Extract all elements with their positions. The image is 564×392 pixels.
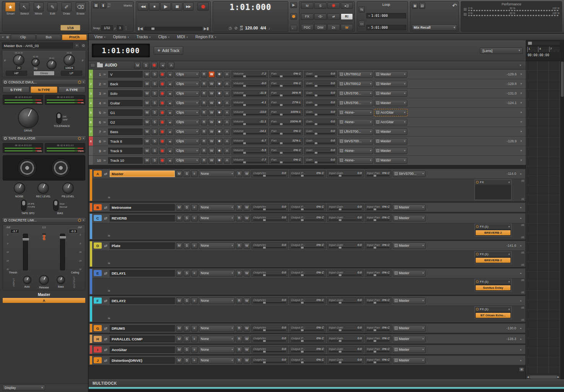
solo-button[interactable]: S: [184, 325, 190, 332]
gain-fader[interactable]: Gain0.0: [304, 119, 337, 126]
dock-grid-icon[interactable]: ⊞: [5, 35, 10, 39]
loop-end-field[interactable]: ⇤5:01:000: [366, 25, 406, 30]
bus-name[interactable]: REVERB: [110, 215, 175, 221]
zoom-slider[interactable]: [527, 41, 560, 46]
threshold-value[interactable]: -3.7: [10, 229, 19, 233]
input-pan-fader[interactable]: Input Pan0% C: [365, 170, 392, 177]
folder-name[interactable]: AUDIO: [105, 63, 117, 67]
bus-row[interactable]: F ⇄ DELAY2 M S ≡ None▾ R W OutptVlm0.0 O…: [89, 296, 526, 322]
patch-point-select[interactable]: None▾: [199, 215, 235, 221]
tool-edit[interactable]: ✎Edit: [46, 2, 59, 15]
bus-name[interactable]: DRUMS: [110, 325, 175, 332]
automation-lane-icon[interactable]: ≈: [108, 261, 110, 265]
menu-tracks[interactable]: Tracks▾: [133, 34, 154, 40]
tape-emulator-header[interactable]: TAPE EMULATOR ▾: [2, 135, 86, 141]
automation-write-button[interactable]: W: [244, 204, 250, 211]
archive-button[interactable]: A: [224, 81, 230, 87]
edit-filter-select[interactable]: Clips▾: [174, 119, 200, 125]
track-name[interactable]: Guitar: [108, 100, 143, 106]
bus-output-select[interactable]: Master▾: [393, 346, 426, 353]
exclusive-solo-button[interactable]: ‹S›: [314, 13, 327, 20]
record-button[interactable]: [197, 2, 209, 11]
mute-button[interactable]: M: [176, 270, 182, 277]
add-fx-icon[interactable]: +: [508, 252, 510, 256]
volume-fader[interactable]: Volume-11.1: [231, 119, 268, 126]
mute-all-button[interactable]: M: [301, 2, 314, 9]
bus-row[interactable]: B ⇄ Metronome M S ≡ None▾ R W OutptVlm0.…: [89, 202, 526, 212]
edit-filter-select[interactable]: Clips▾: [174, 100, 200, 106]
patch-point-select[interactable]: None▾: [199, 204, 235, 211]
scrollbar-thumb[interactable]: [561, 62, 564, 97]
input-select[interactable]: LftVS700...▾: [338, 90, 373, 97]
automation-write-button[interactable]: W: [208, 109, 215, 116]
record-arm-button[interactable]: [159, 109, 166, 116]
pb-level-knob[interactable]: [62, 182, 74, 194]
fx-bypass-button[interactable]: ✱: [216, 109, 223, 116]
tab-clip[interactable]: Clip: [11, 34, 36, 40]
route-icon[interactable]: ⇄: [103, 216, 109, 220]
menu-region-fx[interactable]: Region FX▾: [192, 34, 219, 40]
bus-name[interactable]: DELAY1: [110, 270, 175, 277]
pan-fader[interactable]: Pan0% C: [269, 128, 303, 135]
route-icon[interactable]: ⇄: [103, 337, 109, 341]
double-speed-button[interactable]: 2x: [327, 24, 340, 31]
output-volume-fader[interactable]: OutptVlm0.0: [251, 346, 288, 353]
automation-write-button[interactable]: W: [244, 336, 250, 342]
mute-button[interactable]: M: [176, 325, 182, 332]
ceiling-value[interactable]: -0.3: [69, 229, 78, 233]
now-time-display[interactable]: 1:01:000: [92, 44, 150, 57]
gain-fader[interactable]: Gain0.0: [304, 109, 337, 116]
automation-write-button[interactable]: W: [244, 325, 250, 332]
console-type-n[interactable]: N-TYPE: [31, 86, 57, 93]
patch-point-button[interactable]: ≡: [191, 298, 198, 304]
archive-button[interactable]: A: [224, 90, 230, 97]
output-volume-fader[interactable]: OutptVlm0.0: [251, 297, 288, 304]
route-icon[interactable]: ⇄: [103, 299, 109, 303]
go-to-start-icon[interactable]: ▮◀: [138, 26, 143, 31]
hp-freq-knob[interactable]: [13, 54, 24, 66]
expand-chevron-icon[interactable]: ▾: [518, 159, 524, 162]
expand-chevron-icon[interactable]: ▴: [518, 244, 524, 247]
input-pan-fader[interactable]: Input Pan0% C: [365, 215, 392, 222]
automation-lane-icon[interactable]: ≈: [108, 195, 110, 200]
tape-speed-switch[interactable]: [21, 200, 26, 211]
patch-point-button[interactable]: ≡: [191, 171, 198, 177]
input-echo-button[interactable]: ▸)): [167, 100, 173, 106]
edit-filter-select[interactable]: Clips▾: [174, 157, 200, 164]
track-name[interactable]: V: [108, 71, 143, 78]
input-echo-button[interactable]: ▸)): [167, 148, 173, 154]
bus-name[interactable]: Distortion(DRIVE): [110, 357, 175, 364]
mute-button[interactable]: M: [144, 100, 150, 106]
solo-button[interactable]: S: [151, 157, 158, 164]
fx-bin[interactable]: FX +: [475, 179, 512, 200]
scroll-right-icon[interactable]: ▶: [557, 376, 559, 379]
bus-output-select[interactable]: Master▾: [393, 336, 426, 342]
solo-all-button[interactable]: S: [314, 2, 327, 9]
menu-midi[interactable]: MIDI▾: [174, 34, 191, 40]
track-manager-icon[interactable]: [90, 63, 95, 67]
pan-fader[interactable]: Pan0% C: [269, 157, 303, 164]
fx-power-icon[interactable]: [476, 280, 479, 283]
bus-row[interactable]: J ⇄ Distortion(DRIVE) M S ≡ None▾ R W Ou…: [89, 355, 526, 365]
input-select[interactable]: -None-▾: [338, 157, 373, 164]
solo-button[interactable]: S: [184, 357, 190, 364]
patch-point-button[interactable]: ≡: [191, 357, 198, 364]
mute-button[interactable]: M: [144, 81, 150, 87]
route-icon[interactable]: ⇄: [103, 244, 109, 248]
input-pan-fader[interactable]: Input Pan0% C: [365, 242, 392, 249]
output-pan-fader[interactable]: Output P...0% C: [289, 170, 326, 177]
automation-write-button[interactable]: W: [208, 157, 215, 164]
track-name[interactable]: Back: [108, 81, 143, 87]
output-select[interactable]: Master▾: [374, 148, 407, 154]
patch-point-button[interactable]: ≡: [191, 346, 198, 353]
fx-power-icon[interactable]: [476, 225, 479, 228]
track-row[interactable]: 6 6 ≫ G2 M S ▸)) Clips▾ R W ✱ A Volume-1…: [89, 117, 526, 127]
bus-name[interactable]: PARALLEL COMP: [110, 336, 175, 342]
pan-fader[interactable]: Pan0% C: [269, 80, 303, 88]
solo-button[interactable]: S: [184, 298, 190, 304]
bus-row[interactable]: I ⇄ AccGitar M S ≡ None▾ R W OutptVlm0.0…: [89, 345, 526, 355]
dock-collapse-icon[interactable]: «: [1, 35, 5, 39]
mute-button[interactable]: M: [176, 204, 182, 211]
vertical-scrollbar[interactable]: [561, 40, 564, 379]
bias-switch[interactable]: [53, 200, 59, 211]
